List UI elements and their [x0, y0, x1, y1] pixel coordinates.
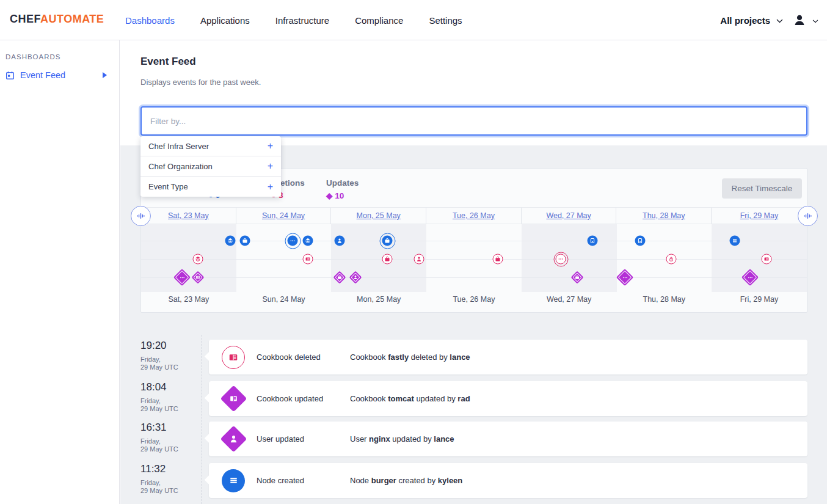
timeline-event-delete-book[interactable]	[303, 254, 313, 265]
nav-item-settings[interactable]: Settings	[429, 15, 462, 26]
day-link[interactable]: Wed, 27 May	[546, 211, 591, 220]
timeline-event-create-person[interactable]	[335, 236, 345, 246]
logo-chef: CHEF	[10, 13, 40, 25]
timeline-event-create-dots[interactable]	[288, 236, 298, 246]
event-date: Friday,29 May UTC	[140, 437, 199, 453]
timeline-event-update-bag[interactable]	[570, 271, 583, 283]
main-nav: DashboardsApplicationsInfrastructureComp…	[125, 0, 462, 40]
page-subtitle: Displays events for the past week.	[140, 78, 261, 87]
filter-option-0[interactable]: Chef Infra Server+	[140, 136, 281, 156]
sidebar-item-label: Event Feed	[20, 70, 65, 80]
day-header-cell: Mon, 25 May	[331, 208, 426, 224]
timeline-event-create-bag[interactable]	[239, 236, 250, 246]
event-title: Cookbook updated	[257, 394, 323, 403]
day-header-cell: Tue, 26 May	[426, 208, 522, 224]
event-title: User updated	[257, 434, 304, 444]
grid-row-line	[141, 277, 807, 278]
chef-automate-app: CHEFAUTOMATE DashboardsApplicationsInfra…	[0, 0, 827, 504]
user-avatar-icon[interactable]	[793, 13, 806, 27]
event-time: 11:32	[140, 463, 199, 475]
day-bottom-label: Fri, 29 May	[712, 295, 807, 311]
chef-automate-logo[interactable]: CHEFAUTOMATE	[10, 13, 104, 26]
day-link[interactable]: Thu, 28 May	[643, 211, 685, 220]
timeline-event-update-dots[interactable]	[173, 269, 191, 286]
stat-label: Updates	[326, 178, 359, 188]
chevron-down-icon[interactable]	[776, 15, 783, 26]
nav-item-applications[interactable]: Applications	[200, 15, 250, 26]
book-update-icon	[220, 385, 247, 412]
event-date: Friday,29 May UTC	[140, 356, 199, 371]
event-date: Friday,29 May UTC	[140, 479, 199, 495]
timeline-event-create-client[interactable]	[635, 236, 645, 246]
timescale-handle-right[interactable]	[798, 206, 818, 226]
event-icon	[222, 428, 245, 451]
day-column-stripe	[141, 224, 236, 292]
timeline-event-create-client[interactable]	[587, 236, 597, 246]
filter-option-label: Chef Organization	[148, 162, 213, 171]
timeline-event-create-layers[interactable]	[225, 236, 235, 246]
day-header-cell: Fri, 29 May	[712, 208, 807, 224]
nav-item-dashboards[interactable]: Dashboards	[125, 15, 175, 26]
day-bottom-label: Thu, 28 May	[616, 295, 712, 311]
event-timestamp: 11:32 Friday,29 May UTC	[140, 463, 199, 495]
day-column-stripe	[331, 224, 426, 292]
calendar-icon	[5, 71, 15, 80]
event-time: 18:04	[140, 381, 199, 393]
day-link[interactable]: Mon, 25 May	[357, 211, 401, 220]
timeline-event-delete-bag[interactable]	[492, 254, 503, 265]
filter-option-2[interactable]: Event Type+	[140, 177, 281, 197]
filter-option-label: Event Type	[148, 182, 188, 191]
day-link[interactable]: Sun, 24 May	[262, 211, 305, 220]
filter-input[interactable]	[140, 106, 807, 136]
timeline-event-delete-lock[interactable]	[666, 254, 677, 265]
event-description: Node burger created by kyleen	[350, 476, 462, 485]
timeline-event-create-bag[interactable]	[382, 236, 393, 246]
timeline-event-delete-bag[interactable]	[382, 254, 393, 265]
stat-count: ◆ 10	[326, 191, 359, 200]
timeline-event-delete-dots[interactable]	[556, 254, 566, 265]
day-link[interactable]: Sat, 23 May	[168, 211, 209, 220]
reset-timescale-button[interactable]: Reset Timescale	[722, 178, 802, 199]
event-card[interactable]: Node created Node burger created by kyle…	[209, 463, 807, 498]
event-description: Cookbook fastly deleted by lance	[350, 352, 470, 362]
day-header-cell: Sun, 24 May	[236, 208, 332, 224]
page-title: Event Feed	[140, 56, 196, 68]
day-link[interactable]: Fri, 29 May	[740, 211, 779, 220]
chevron-down-icon[interactable]	[812, 15, 818, 26]
timeline-event-create-list[interactable]	[730, 236, 740, 246]
day-bottom-label: Sat, 23 May	[141, 295, 236, 311]
event-description: User nginx updated by lance	[350, 434, 454, 444]
day-bottom-label: Wed, 27 May	[522, 295, 617, 311]
list-create-icon	[222, 469, 245, 492]
filter-option-1[interactable]: Chef Organization+	[140, 156, 281, 177]
event-date: Friday,29 May UTC	[140, 397, 199, 413]
day-link[interactable]: Tue, 26 May	[453, 211, 495, 220]
day-column-stripe	[522, 224, 617, 292]
timeline-day-header: Sat, 23 MaySun, 24 MayMon, 25 MayTue, 26…	[141, 207, 807, 224]
event-icon	[222, 387, 245, 411]
nav-item-infrastructure[interactable]: Infrastructure	[275, 15, 329, 26]
timeline-event-update-dots[interactable]	[616, 269, 633, 286]
plus-icon[interactable]: +	[268, 161, 273, 172]
event-icon	[222, 346, 245, 369]
sidebar-item-event-feed[interactable]: Event Feed	[5, 68, 114, 82]
day-bottom-label: Sun, 24 May	[236, 295, 332, 311]
event-title: Cookbook deleted	[257, 352, 321, 362]
timeline-event-delete-person[interactable]	[414, 254, 424, 265]
plus-icon[interactable]: +	[268, 181, 273, 192]
timeline-event-create-layers[interactable]	[303, 236, 313, 246]
event-card[interactable]: User updated User nginx updated by lance	[209, 422, 807, 456]
book-delete-icon	[222, 346, 245, 369]
timescale-handle-left[interactable]	[131, 206, 151, 226]
event-time: 16:31	[140, 422, 199, 434]
event-card[interactable]: Cookbook deleted Cookbook fastly deleted…	[209, 340, 807, 374]
grid-row-line	[141, 259, 807, 260]
timeline-event-delete-layers[interactable]	[193, 254, 203, 265]
nav-item-compliance[interactable]: Compliance	[355, 15, 403, 26]
projects-filter-button[interactable]: All projects	[720, 15, 770, 26]
day-header-cell: Wed, 27 May	[522, 208, 617, 224]
timeline-event-delete-book[interactable]	[761, 254, 771, 265]
event-card[interactable]: Cookbook updated Cookbook tomcat updated…	[209, 381, 807, 416]
plus-icon[interactable]: +	[268, 141, 273, 152]
event-title: Node created	[257, 476, 304, 485]
